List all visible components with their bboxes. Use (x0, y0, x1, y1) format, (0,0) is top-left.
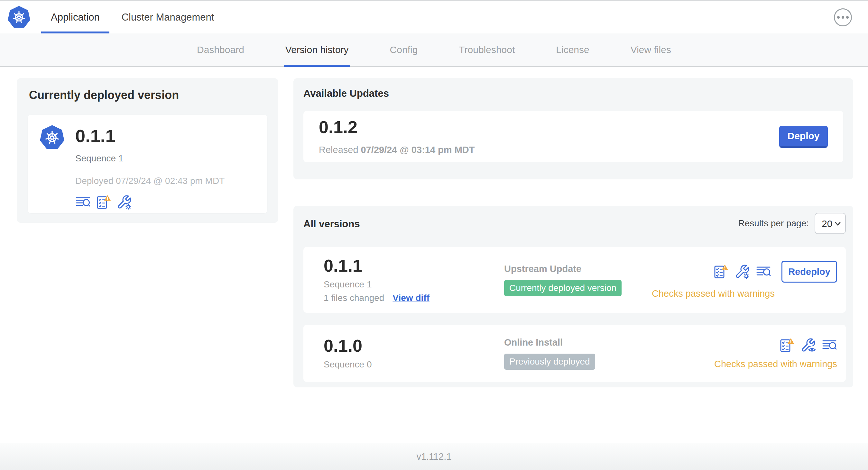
version-row: 0.1.0 Sequence 0 Online Install Previous… (303, 325, 846, 382)
view-diff-link[interactable]: View diff (393, 293, 430, 303)
console-version: v1.112.1 (416, 451, 452, 462)
available-updates-card: Available Updates 0.1.2 Released 07/29/2… (293, 78, 853, 179)
row-version-number: 0.1.1 (324, 257, 504, 274)
current-version-actions (75, 195, 224, 210)
results-per-page-label: Results per page: (738, 218, 809, 229)
all-versions-card: All versions Results per page: 20 (293, 206, 853, 388)
available-update-row: 0.1.2 Released 07/29/24 @ 03:14 pm MDT D… (303, 111, 843, 162)
source-label: Upstream Update (504, 264, 639, 274)
version-row-info: 0.1.0 Sequence 0 (324, 337, 504, 370)
update-released-timestamp: Released 07/29/24 @ 03:14 pm MDT (319, 145, 474, 155)
subnav-config[interactable]: Config (369, 33, 438, 66)
results-per-page-select[interactable]: 20 (815, 213, 846, 234)
logs-search-icon[interactable] (822, 338, 837, 353)
version-row-source: Upstream Update Currently deployed versi… (504, 264, 639, 296)
main-content: Currently deployed version 0.1.1 Sequenc… (0, 67, 868, 443)
available-updates-title: Available Updates (303, 88, 843, 99)
previously-deployed-badge: Previously deployed (504, 354, 595, 370)
results-per-page: Results per page: 20 (738, 213, 846, 234)
row-sequence: Sequence 1 (324, 279, 504, 290)
version-row-source: Online Install Previously deployed (504, 337, 639, 370)
app-logo-icon (40, 125, 64, 150)
edit-config-icon[interactable] (735, 264, 750, 279)
version-row-actions: Checks passed with warnings (714, 338, 837, 369)
ellipsis-icon (837, 16, 840, 19)
subnav-version-history[interactable]: Version history (265, 33, 369, 66)
update-version-number: 0.1.2 (319, 118, 474, 136)
top-tabs: Application Cluster Management (40, 1, 225, 33)
currently-deployed-card: Currently deployed version 0.1.1 Sequenc… (17, 78, 278, 223)
subnav-view-files[interactable]: View files (610, 33, 692, 66)
tab-cluster-management[interactable]: Cluster Management (111, 1, 225, 33)
kubernetes-logo-icon (8, 6, 30, 29)
deploy-button[interactable]: Deploy (779, 126, 828, 148)
currently-deployed-version-card: 0.1.1 Sequence 1 Deployed 07/29/24 @ 02:… (28, 115, 267, 213)
page-footer: v1.112.1 (0, 443, 868, 470)
all-versions-header: All versions Results per page: 20 (303, 213, 846, 234)
currently-deployed-title: Currently deployed version (29, 89, 267, 102)
right-column: Available Updates 0.1.2 Released 07/29/2… (293, 78, 853, 388)
preflight-checks-warning-icon[interactable] (96, 195, 111, 210)
overflow-menu-button[interactable] (834, 8, 852, 26)
version-row-actions: Redeploy Checks passed with warnings (652, 261, 837, 299)
logs-search-icon[interactable] (756, 264, 771, 279)
checks-status-text: Checks passed with warnings (652, 289, 775, 299)
preflight-checks-warning-icon[interactable] (713, 264, 729, 279)
view-config-icon[interactable] (800, 338, 816, 353)
version-row: 0.1.1 Sequence 1 1 files changed View di… (303, 247, 846, 313)
tab-application[interactable]: Application (40, 1, 111, 33)
all-versions-title: All versions (303, 218, 360, 230)
current-sequence: Sequence 1 (75, 153, 224, 164)
version-row-info: 0.1.1 Sequence 1 1 files changed View di… (324, 257, 504, 303)
subnav-license[interactable]: License (535, 33, 610, 66)
subnav-dashboard[interactable]: Dashboard (176, 33, 265, 66)
preflight-checks-warning-icon[interactable] (779, 338, 795, 353)
redeploy-button[interactable]: Redeploy (781, 261, 837, 282)
source-label: Online Install (504, 337, 639, 348)
subnav-troubleshoot[interactable]: Troubleshoot (438, 33, 535, 66)
deployed-status-badge: Currently deployed version (504, 280, 622, 296)
app-subnav: Dashboard Version history Config Trouble… (0, 33, 868, 67)
files-changed: 1 files changed (324, 293, 384, 303)
top-bar: Application Cluster Management (0, 1, 868, 33)
row-sequence: Sequence 0 (324, 360, 504, 370)
current-deployed-timestamp: Deployed 07/29/24 @ 02:43 pm MDT (75, 176, 224, 186)
row-version-number: 0.1.0 (324, 337, 504, 354)
edit-config-icon[interactable] (117, 195, 132, 210)
current-version-number: 0.1.1 (75, 127, 224, 145)
logs-search-icon[interactable] (75, 195, 91, 210)
checks-status-text: Checks passed with warnings (714, 359, 837, 369)
